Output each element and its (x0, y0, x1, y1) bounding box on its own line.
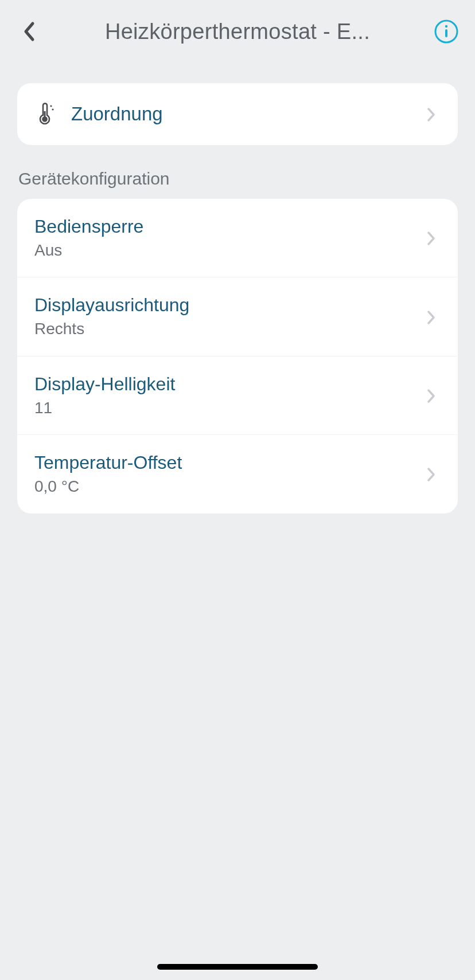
chevron-right-icon (427, 310, 441, 324)
row-value: Aus (34, 240, 427, 261)
thermometer-icon (34, 103, 57, 126)
row-body: Temperatur-Offset 0,0 °C (34, 451, 427, 497)
chevron-right-icon (427, 107, 441, 121)
svg-rect-2 (445, 29, 447, 37)
row-body: Display-Helligkeit 11 (34, 373, 427, 418)
config-card: Bediensperre Aus Displayausrichtung Rech… (17, 199, 458, 513)
row-value: 11 (34, 398, 427, 418)
row-label: Displayausrichtung (34, 293, 427, 316)
svg-rect-4 (44, 111, 46, 118)
config-row-display-helligkeit[interactable]: Display-Helligkeit 11 (17, 356, 458, 435)
svg-point-5 (50, 105, 52, 107)
assignment-card: Zuordnung (17, 83, 458, 145)
info-icon (434, 19, 458, 44)
row-label: Display-Helligkeit (34, 373, 427, 395)
page-title: Heizkörperthermostat - E... (105, 19, 370, 44)
content: Zuordnung Gerätekonfiguration Bediensper… (0, 63, 475, 513)
assignment-label: Zuordnung (71, 102, 427, 126)
svg-point-1 (445, 25, 447, 28)
chevron-right-icon (427, 231, 441, 245)
row-body: Bediensperre Aus (34, 215, 427, 261)
info-button[interactable] (434, 19, 459, 44)
config-row-bediensperre[interactable]: Bediensperre Aus (17, 199, 458, 277)
row-body: Displayausrichtung Rechts (34, 293, 427, 339)
row-value: Rechts (34, 319, 427, 339)
chevron-right-icon (427, 467, 441, 481)
row-label: Temperatur-Offset (34, 451, 427, 474)
assignment-body: Zuordnung (71, 102, 427, 126)
home-indicator[interactable] (157, 964, 318, 970)
back-button[interactable] (16, 19, 41, 44)
chevron-right-icon (427, 389, 441, 402)
config-row-displayausrichtung[interactable]: Displayausrichtung Rechts (17, 277, 458, 356)
config-row-temperatur-offset[interactable]: Temperatur-Offset 0,0 °C (17, 435, 458, 513)
row-value: 0,0 °C (34, 476, 427, 497)
assignment-row[interactable]: Zuordnung (17, 83, 458, 145)
app-header: Heizkörperthermostat - E... (0, 0, 475, 63)
svg-point-6 (52, 108, 53, 110)
section-header-config: Gerätekonfiguration (17, 145, 458, 199)
row-label: Bediensperre (34, 215, 427, 238)
chevron-left-icon (22, 21, 35, 42)
